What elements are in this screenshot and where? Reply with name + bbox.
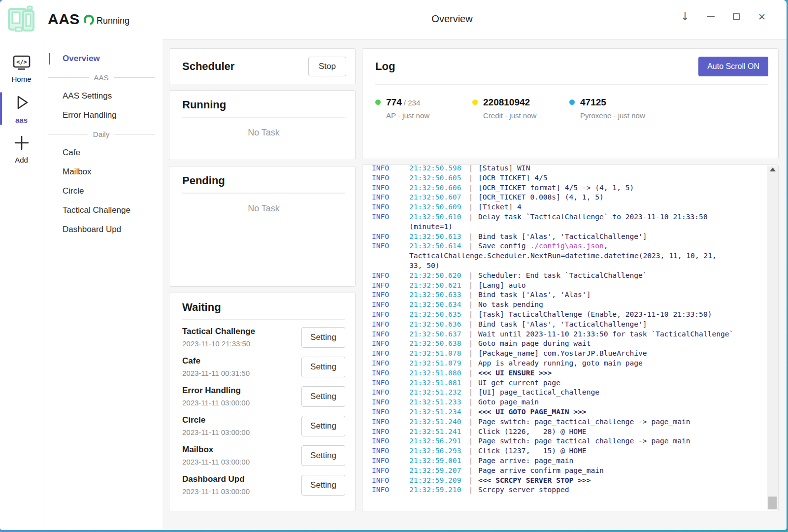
log-level: INFO <box>372 348 409 358</box>
log-separator: | <box>463 183 478 193</box>
nav-item-mailbox[interactable]: Mailbox <box>44 163 163 181</box>
log-separator: | <box>463 417 478 427</box>
waiting-task-row-cafe: Cafe2023-11-11 00:31:50Setting <box>182 352 345 381</box>
code-monitor-icon: </> <box>12 55 32 73</box>
log-message: Page switch: page_tactical_challenge -> … <box>478 417 765 427</box>
setting-button-circle[interactable]: Setting <box>301 416 345 436</box>
log-line: INFO21:32:51.080|<<< UI ENSURE >>> <box>372 368 765 378</box>
log-message: Click (1237, 15) @ HOME <box>478 446 765 456</box>
log-level: INFO <box>372 319 409 329</box>
log-level: INFO <box>372 183 409 193</box>
log-separator: | <box>463 387 478 397</box>
log-message: [UI] page_tactical_challenge <box>478 387 765 397</box>
task-info: Tactical Challenge2023-11-10 21:33:50 <box>182 327 255 348</box>
nav-item-error-handling[interactable]: Error Handling <box>44 106 163 125</box>
log-separator: | <box>463 427 478 436</box>
log-level: INFO <box>372 427 409 436</box>
log-line: INFO21:32:51.233|Goto page_main <box>372 397 765 407</box>
setting-button-mailbox[interactable]: Setting <box>301 445 345 466</box>
log-level: INFO <box>372 309 409 319</box>
log-message: Page arrive: page_main <box>478 456 765 466</box>
log-line: INFO21:32:51.240|Page switch: page_tacti… <box>372 417 765 427</box>
task-name: Error Handling <box>182 386 250 396</box>
log-line: INFO21:32:50.620|Scheduler: End task `Ta… <box>372 270 765 280</box>
log-timestamp: 21:32:51.081 <box>409 378 463 388</box>
log-timestamp: 21:32:51.234 <box>409 407 463 417</box>
minimize-icon[interactable] <box>698 7 723 27</box>
log-timestamp: 21:32:56.291 <box>409 436 463 446</box>
task-next-run-time: 2023-11-10 21:33:50 <box>182 339 255 348</box>
log-timestamp: 21:32:51.079 <box>409 358 463 368</box>
log-line: INFO21:32:51.081|UI get current page <box>372 378 765 388</box>
stat-value: 774 / 234 <box>386 97 472 108</box>
log-line: INFO21:32:51.078|[Package_name] com.Yost… <box>372 348 765 358</box>
log-line: INFO21:32:50.598|[Status] WIN <box>372 165 765 173</box>
setting-button-tactical-challenge[interactable]: Setting <box>301 327 345 348</box>
log-level: INFO <box>372 192 409 202</box>
waiting-card: Waiting Tactical Challenge2023-11-10 21:… <box>169 293 356 511</box>
close-icon[interactable]: ✕ <box>749 7 775 27</box>
log-separator: | <box>463 485 478 495</box>
setting-button-cafe[interactable]: Setting <box>301 357 345 377</box>
log-message: UI get current page <box>478 378 765 388</box>
log-level: INFO <box>372 202 409 212</box>
stat-label: Pyroxene - just now <box>580 111 666 120</box>
update-download-icon[interactable]: ↓ <box>672 7 698 27</box>
nav-item-dashboard-upd[interactable]: Dashboard Upd <box>44 220 163 239</box>
auto-scroll-toggle[interactable]: Auto Scroll ON <box>698 57 768 76</box>
log-separator: | <box>463 456 478 466</box>
stat-dot-icon <box>375 100 381 105</box>
log-message: <<< UI GOTO PAGE_MAIN >>> <box>478 407 765 417</box>
pending-title: Pending <box>182 174 345 187</box>
log-timestamp: 21:32:59.207 <box>409 466 463 475</box>
setting-button-error-handling[interactable]: Setting <box>301 386 345 407</box>
log-timestamp: 21:32:50.634 <box>409 299 463 309</box>
log-timestamp: 21:32:50.598 <box>409 165 463 173</box>
stat-value-suffix: / 234 <box>402 99 421 107</box>
log-line: INFO21:32:50.637|Wait until 2023-11-10 2… <box>372 329 765 339</box>
task-next-run-time: 2023-11-11 03:00:00 <box>182 487 250 496</box>
divider-line <box>114 77 155 78</box>
log-timestamp: 21:32:50.609 <box>409 202 463 212</box>
active-indicator <box>0 92 2 125</box>
log-line: INFO21:32:50.610|Delay task `TacticalCha… <box>372 212 765 222</box>
stop-button[interactable]: Stop <box>308 57 346 76</box>
log-scrollbar[interactable] <box>767 166 778 510</box>
log-separator: | <box>463 202 478 212</box>
setting-button-dashboard-upd[interactable]: Setting <box>301 475 345 496</box>
log-separator: | <box>463 338 478 348</box>
log-message: Page switch: page_tactical_challenge -> … <box>478 436 765 446</box>
log-line: INFO21:32:50.638|Goto main page during w… <box>372 338 765 348</box>
rail-item-add[interactable]: Add <box>0 129 43 169</box>
scroll-up-arrow-icon[interactable] <box>770 167 776 171</box>
titlebar: AAS Running Overview ↓ ✕ <box>0 0 787 39</box>
rail-item-aas[interactable]: aas <box>0 88 43 129</box>
log-message: <<< SCRCPY SERVER STOP >>> <box>478 475 765 485</box>
dashboard-stats: 774 / 234AP - just now220810942Credit - … <box>375 85 768 120</box>
log-message: Goto page_main <box>478 397 765 407</box>
nav-item-cafe[interactable]: Cafe <box>44 143 163 162</box>
nav-group-divider-aas: AAS <box>44 68 163 87</box>
log-message: [OCR_TICKET] 4/5 <box>478 173 765 183</box>
log-level: INFO <box>372 358 409 368</box>
rail-item-label: Add <box>15 156 28 164</box>
scrollbar-thumb[interactable] <box>768 497 777 509</box>
log-timestamp: 21:32:51.241 <box>409 427 463 436</box>
log-line: INFO21:32:50.636|Bind task ['Alas', 'Tac… <box>372 319 765 329</box>
scheduler-title: Scheduler <box>182 60 234 73</box>
log-level: INFO <box>372 368 409 378</box>
maximize-icon[interactable] <box>723 7 749 27</box>
log-timestamp: 21:32:50.635 <box>409 309 463 319</box>
log-level: INFO <box>372 270 409 280</box>
rail-item-home[interactable]: </>Home <box>0 50 43 88</box>
log-message: Bind task ['Alas', 'TacticalChallenge'] <box>478 232 765 241</box>
task-next-run-time: 2023-11-11 03:00:00 <box>182 399 250 407</box>
nav-item-overview[interactable]: Overview <box>44 49 163 68</box>
nav-item-tactical-challenge[interactable]: Tactical Challenge <box>44 201 163 220</box>
nav-item-circle[interactable]: Circle <box>44 182 163 200</box>
log-timestamp: 21:32:51.078 <box>409 348 463 358</box>
plus-icon <box>12 133 31 154</box>
log-line: INFO21:32:59.001|Page arrive: page_main <box>372 456 765 466</box>
nav-item-aas-settings[interactable]: AAS Settings <box>44 87 163 105</box>
log-message: [OCR_TICKET 0.008s] (4, 1, 5) <box>478 192 765 202</box>
